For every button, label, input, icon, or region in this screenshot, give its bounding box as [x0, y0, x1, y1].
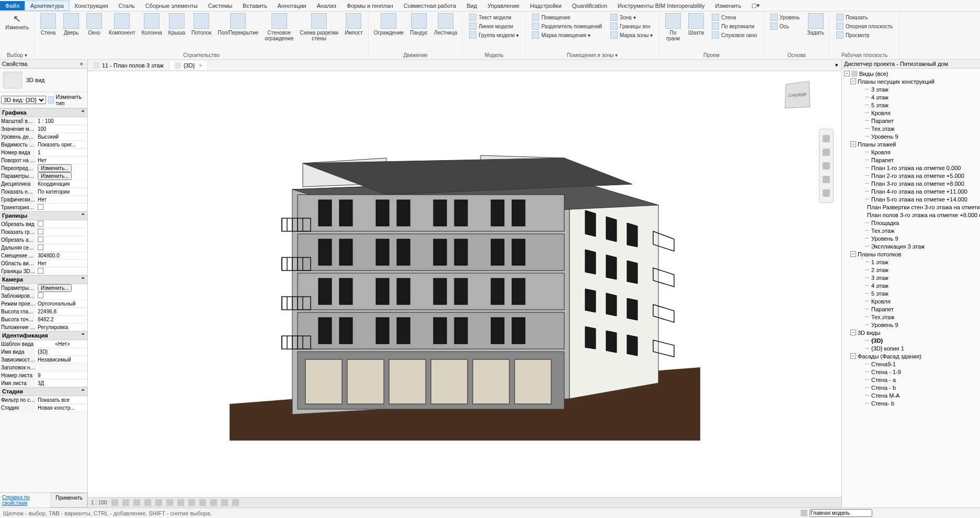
vertical-opening-button[interactable]: По вертикали [710, 22, 759, 30]
tree-item[interactable]: Парапет [843, 117, 979, 125]
type-selector[interactable]: 3D вид: {3D} [1, 96, 46, 104]
room-tag-button[interactable]: Марка помещения ▾ [530, 31, 604, 39]
prop-view-template[interactable]: <Нет> [36, 341, 87, 347]
prop-crop-ann-checkbox[interactable] [38, 237, 43, 242]
view-tab-3d[interactable]: {3D}× [169, 61, 208, 70]
tree-item[interactable]: Тех.этаж [843, 125, 979, 132]
edit-type-button[interactable]: Изменить тип [46, 93, 86, 107]
room-button[interactable]: Помещение [530, 13, 604, 21]
detail-level-icon[interactable] [111, 499, 118, 506]
curtain-wall-button[interactable]: Стеновое ограждение [261, 12, 297, 42]
nav-zoom-button[interactable] [820, 173, 833, 186]
tab-architecture[interactable]: Архитектура [25, 1, 70, 11]
tab-collaborate[interactable]: Совместная работа [398, 1, 462, 10]
prop-far-offset[interactable]: 304800.0 [36, 253, 87, 258]
set-button[interactable]: Задать [804, 12, 827, 37]
shaft-button[interactable]: Шахта [685, 12, 708, 37]
wall-opening-button[interactable]: Стена [710, 13, 759, 21]
nav-fullnav-button[interactable] [820, 146, 833, 159]
curtain-grid-button[interactable]: Схема разрезки стены [297, 12, 341, 42]
mullion-button[interactable]: Импост [341, 12, 366, 37]
tab-steel[interactable]: Сталь [113, 1, 140, 10]
temp-hide-icon[interactable] [199, 499, 206, 506]
tree-item[interactable]: Стена - a [843, 376, 979, 384]
tab-precast[interactable]: Сборные элементы [140, 1, 203, 10]
prop-far-clip-checkbox[interactable] [38, 244, 43, 250]
tab-modify[interactable]: Изменить [710, 1, 747, 10]
visual-style-icon[interactable] [122, 499, 129, 506]
tab-systems[interactable]: Системы [203, 1, 237, 10]
model-line-button[interactable]: Линия модели [467, 22, 521, 30]
tree-item[interactable]: 1 этаж [843, 258, 979, 266]
tree-item[interactable]: 5 этаж [843, 289, 979, 297]
3d-canvas[interactable]: Спереди [88, 71, 841, 497]
properties-close-button[interactable]: × [78, 61, 85, 67]
stair-button[interactable]: Лестница [431, 12, 460, 37]
area-tag-button[interactable]: Марка зоны ▾ [608, 31, 655, 39]
area-button[interactable]: Зона ▾ [608, 13, 655, 21]
nav-home-button[interactable] [820, 132, 833, 145]
tree-item[interactable]: Уровень 9 [843, 132, 979, 140]
wall-button[interactable]: Стена [37, 12, 60, 37]
tab-analyze[interactable]: Анализ [312, 1, 341, 10]
prop-view-name[interactable]: {3D} [36, 349, 87, 355]
tab-massing[interactable]: Формы и генплан [341, 1, 398, 10]
rendering-icon[interactable] [155, 499, 162, 506]
prop-visibility[interactable]: Показать ориг... [36, 142, 87, 148]
tree-item[interactable]: {3D} [843, 336, 979, 344]
tree-item[interactable]: Тех.этаж [843, 227, 979, 234]
tree-3d-views[interactable]: −3D виды [843, 329, 979, 336]
highlights-icon[interactable] [232, 499, 239, 506]
tree-item[interactable]: Стена М-А [843, 391, 979, 399]
prop-target-height[interactable]: 8482.2 [36, 317, 87, 322]
model-text-button[interactable]: Текст модели [467, 13, 521, 21]
prop-view-scale[interactable]: 1 : 100 [36, 118, 87, 124]
component-button[interactable]: Компонент [106, 12, 138, 37]
prop-override-button[interactable]: Изменить... [38, 164, 72, 172]
tree-item[interactable]: 5 этаж [843, 101, 979, 109]
by-face-button[interactable]: По грани [662, 12, 685, 42]
section-camera[interactable]: Камера⌃ [0, 275, 87, 284]
tree-item[interactable]: Стена9-1 [843, 360, 979, 368]
tree-item[interactable]: Стена - b [843, 384, 979, 391]
prop-sheet-name[interactable]: 3Д [36, 380, 87, 386]
prop-trajectory-checkbox[interactable] [38, 204, 43, 210]
sun-path-icon[interactable] [133, 499, 140, 506]
roof-button[interactable]: Крыша [165, 12, 188, 37]
room-separator-button[interactable]: Разделитель помещений [530, 22, 604, 30]
tree-item[interactable]: План 5-го этажа на отметке +14.000 [843, 195, 979, 203]
tree-item[interactable]: Парапет [843, 156, 979, 164]
tree-item[interactable]: План 4-го этажа на отметке +11.000 [843, 187, 979, 195]
prop-gfx-style[interactable]: Нет [36, 197, 87, 202]
door-button[interactable]: Дверь [60, 12, 83, 37]
tab-bim-interop[interactable]: Инструменты BIM Interoperability [612, 1, 710, 10]
crop-region-icon[interactable] [177, 499, 184, 506]
status-icon[interactable] [801, 510, 807, 516]
tab-structure[interactable]: Конструкция [70, 1, 113, 10]
dormer-button[interactable]: Слуховое окно [710, 31, 759, 39]
tree-item[interactable]: Кровля [843, 148, 979, 156]
view-tabs-menu-button[interactable]: ▾ [832, 62, 841, 69]
shadows-icon[interactable] [144, 499, 151, 506]
tree-views-root[interactable]: −Виды (все) [843, 70, 979, 77]
prop-show-hidden[interactable]: По категории [36, 189, 87, 195]
prop-phase-filter[interactable]: Показать все [36, 397, 87, 403]
tree-item[interactable]: 4 этаж [843, 281, 979, 289]
tree-item[interactable]: План 3-го этажа на отметке +8.000 [843, 179, 979, 187]
prop-projection[interactable]: Ортогональный [36, 301, 87, 307]
ceiling-button[interactable]: Потолок [188, 12, 214, 37]
tab-file[interactable]: Файл [0, 1, 25, 10]
tree-item[interactable]: План Развертки стен 3-го этажа на отметк… [843, 203, 979, 211]
tab-insert[interactable]: Вставить [237, 1, 272, 10]
project-browser-tree[interactable]: −Виды (все) −Планы несущих конструкций 3… [842, 69, 980, 508]
prop-eye-height[interactable]: 22496.8 [36, 309, 87, 314]
scale-control[interactable]: 1 : 100 [91, 500, 107, 505]
prop-rotation[interactable]: Нет [36, 157, 87, 163]
ramp-button[interactable]: Пандус [407, 12, 431, 37]
tab-overflow[interactable]: ▢▾ [746, 1, 765, 10]
railing-button[interactable]: Ограждение [371, 12, 407, 37]
tree-item[interactable]: Парапет [843, 305, 979, 313]
tree-item[interactable]: План полов 3-го этажа на отметке +8.000 … [843, 211, 979, 219]
level-button[interactable]: Уровень [768, 13, 802, 21]
prop-crop-view-checkbox[interactable] [38, 221, 43, 227]
